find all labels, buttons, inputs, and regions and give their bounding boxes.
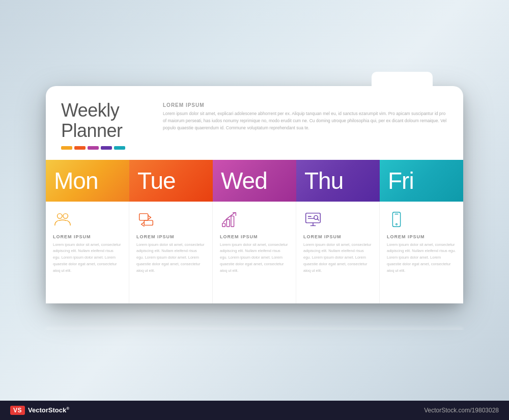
color-bar-wed <box>88 146 99 150</box>
folder-tab <box>372 72 433 87</box>
mon-header: Mon <box>46 160 129 202</box>
wed-header: Wed <box>213 160 296 202</box>
watermark-bar: VS VectorStock® VectorStock.com/19803028 <box>0 401 509 420</box>
day-column-thu: Thu LOREM IPSUM Lorem ipsum dolor sit am… <box>296 160 380 303</box>
color-bar-mon <box>61 146 72 150</box>
wed-text: Lorem ipsum dolor sit amet, consectetur … <box>220 242 289 274</box>
title-text: Weekly Planner <box>61 100 148 141</box>
vs-badge: VS <box>10 406 25 415</box>
wed-label: Wed <box>221 169 267 192</box>
thu-text: Lorem ipsum dolor sit amet, consectetur … <box>303 242 372 274</box>
fri-content: LOREM IPSUM Lorem ipsum dolor sit amet, … <box>380 202 463 303</box>
wed-title: LOREM IPSUM <box>220 234 289 239</box>
tue-header: Tue <box>129 160 213 202</box>
fri-icon <box>387 210 456 229</box>
mon-label: Mon <box>54 169 98 192</box>
thu-label: Thu <box>304 169 343 192</box>
thu-icon <box>303 210 372 229</box>
color-bar-thu <box>101 146 112 150</box>
watermark-right: VectorStock.com/19803028 <box>424 407 499 414</box>
day-column-tue: Tue LOREM IPSUM Lorem ipsum dolor sit am… <box>129 160 213 303</box>
card-reflection <box>46 324 463 330</box>
mon-content: LOREM IPSUM Lorem ipsum dolor sit amet, … <box>46 202 129 303</box>
main-card: Weekly Planner LOREM IPSUM Lorem ipsum d… <box>46 86 463 303</box>
color-bar-fri <box>114 146 125 150</box>
wed-content: LOREM IPSUM Lorem ipsum dolor sit amet, … <box>213 202 296 303</box>
fri-label: Fri <box>388 169 414 192</box>
color-bars <box>61 146 148 150</box>
mon-title: LOREM IPSUM <box>53 234 122 239</box>
tue-content: LOREM IPSUM Lorem ipsum dolor sit amet, … <box>129 202 213 303</box>
lorem-header-title: LOREM IPSUM <box>163 102 448 108</box>
days-grid: Mon LOREM IPSUM Lorem ipsum dolor sit am… <box>46 160 463 303</box>
color-bar-tue <box>74 146 86 150</box>
day-column-mon: Mon LOREM IPSUM Lorem ipsum dolor sit am… <box>46 160 129 303</box>
wed-icon <box>220 210 289 229</box>
day-column-wed: Wed LOREM IPSUM Lorem ipsum dolor sit am… <box>213 160 296 303</box>
mon-text: Lorem ipsum dolor sit amet, consectetur … <box>53 242 122 274</box>
fri-header: Fri <box>380 160 463 202</box>
fri-text: Lorem ipsum dolor sit amet, consectetur … <box>387 242 456 274</box>
day-column-fri: Fri LOREM IPSUM Lorem ipsum dolor sit am… <box>380 160 463 303</box>
mon-icon <box>53 210 122 229</box>
lorem-header-block: LOREM IPSUM Lorem ipsum dolor sit amet, … <box>163 100 448 131</box>
lorem-header-text: Lorem ipsum dolor sit amet, explicari ad… <box>163 110 448 131</box>
tue-icon <box>136 210 205 229</box>
tue-label: Tue <box>137 169 176 192</box>
thu-content: LOREM IPSUM Lorem ipsum dolor sit amet, … <box>296 202 380 303</box>
title-block: Weekly Planner <box>61 100 148 149</box>
tue-title: LOREM IPSUM <box>136 234 205 239</box>
fri-title: LOREM IPSUM <box>387 234 456 239</box>
thu-title: LOREM IPSUM <box>303 234 372 239</box>
tue-text: Lorem ipsum dolor sit amet, consectetur … <box>136 242 205 274</box>
thu-header: Thu <box>296 160 380 202</box>
header-section: Weekly Planner LOREM IPSUM Lorem ipsum d… <box>46 86 463 159</box>
vs-text: VectorStock® <box>28 406 69 414</box>
watermark-left: VS VectorStock® <box>10 406 69 415</box>
